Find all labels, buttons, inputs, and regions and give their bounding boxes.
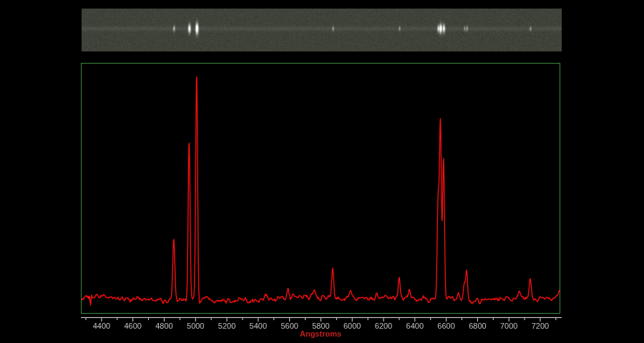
x-axis-tick-label: 7200 bbox=[525, 322, 556, 330]
x-axis-tick-label: 5000 bbox=[180, 322, 211, 330]
x-axis-tick-label: 6600 bbox=[431, 322, 462, 330]
x-axis-tick-label: 6400 bbox=[399, 322, 431, 330]
x-axis-tick-label: 5400 bbox=[243, 322, 274, 330]
x-axis-title: Angstroms bbox=[278, 329, 364, 338]
x-axis-tick-label: 4800 bbox=[148, 322, 180, 330]
plot-border bbox=[82, 64, 560, 314]
spectrum-trace-line bbox=[82, 77, 560, 306]
spectroscopy-viewer: 4400460048005000520054005600580060006200… bbox=[0, 0, 644, 343]
1d-spectrum-plot bbox=[0, 0, 644, 343]
x-axis-tick-label: 4400 bbox=[86, 322, 117, 330]
x-axis-tick-label: 4600 bbox=[117, 322, 149, 330]
x-axis-tick-label: 5200 bbox=[211, 322, 243, 330]
x-axis-tick-label: 7000 bbox=[493, 322, 525, 330]
x-axis-tick-label: 6200 bbox=[368, 322, 399, 330]
x-axis-tick-label: 6800 bbox=[462, 322, 493, 330]
